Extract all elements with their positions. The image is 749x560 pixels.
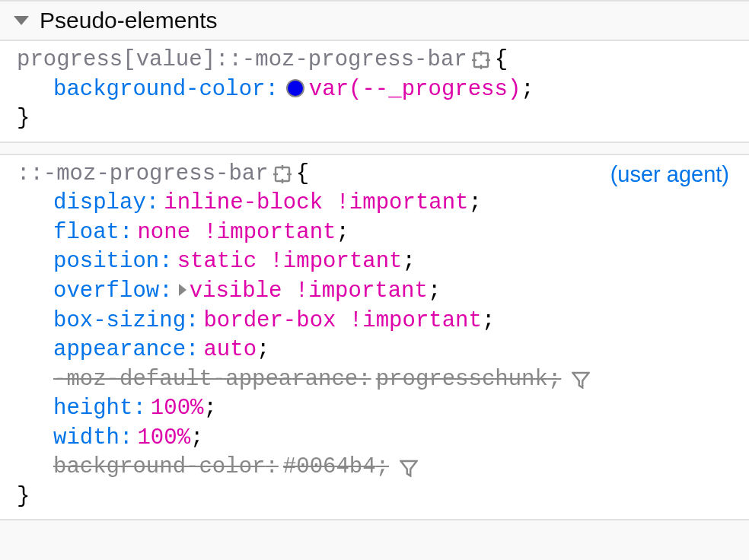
styles-panel: Pseudo-elements progress[value]::-moz-pr… xyxy=(0,0,749,520)
css-declaration[interactable]: position: static !important; xyxy=(17,247,732,277)
expand-shorthand-icon[interactable] xyxy=(179,284,186,296)
filter-icon[interactable] xyxy=(572,371,590,389)
property-value[interactable]: static !important xyxy=(177,247,403,277)
open-brace: { xyxy=(296,160,309,189)
property-value[interactable]: 100% xyxy=(151,394,204,424)
rule-origin-label[interactable]: (user agent) xyxy=(610,160,732,189)
property-name[interactable]: overflow xyxy=(53,277,159,307)
property-value[interactable]: visible !important xyxy=(190,277,428,307)
close-brace: } xyxy=(17,484,30,509)
filter-icon[interactable] xyxy=(400,459,418,477)
css-declaration-overridden[interactable]: background-color: #0064b4; xyxy=(17,453,732,482)
css-declaration[interactable]: float: none !important; xyxy=(17,218,732,248)
property-value[interactable]: border-box !important xyxy=(203,307,481,336)
open-brace: { xyxy=(495,46,508,75)
css-rule: ::-moz-progress-bar { (user agent) displ… xyxy=(0,154,749,521)
property-value[interactable]: 100% xyxy=(137,424,190,453)
section-header-pseudo-elements[interactable]: Pseudo-elements xyxy=(0,0,749,41)
property-name[interactable]: float xyxy=(53,218,120,248)
css-declaration[interactable]: appearance: auto; xyxy=(17,336,732,365)
property-name[interactable]: display xyxy=(53,189,146,218)
section-title: Pseudo-elements xyxy=(40,8,217,33)
css-rule: progress[value]::-moz-progress-bar { bac… xyxy=(0,41,749,143)
property-name[interactable]: background-color xyxy=(53,453,265,482)
property-name[interactable]: width xyxy=(53,424,120,453)
css-declaration[interactable]: width: 100%; xyxy=(17,424,732,453)
css-declaration[interactable]: background-color: var(--_progress); xyxy=(17,75,732,105)
css-declaration[interactable]: height: 100%; xyxy=(17,394,732,424)
property-name[interactable]: height xyxy=(53,394,132,424)
close-brace: } xyxy=(17,106,30,131)
selector-highlighter-icon[interactable] xyxy=(472,51,490,69)
selector-highlighter-icon[interactable] xyxy=(273,165,292,183)
property-value[interactable]: auto xyxy=(203,336,257,365)
property-value[interactable]: #0064b4 xyxy=(283,453,376,482)
selector[interactable]: ::-moz-progress-bar xyxy=(17,160,269,189)
property-name[interactable]: appearance xyxy=(53,336,186,365)
css-declaration[interactable]: overflow: visible !important; xyxy=(17,277,732,307)
twisty-down-icon xyxy=(14,16,29,25)
property-name[interactable]: -moz-default-appearance xyxy=(53,365,358,395)
property-value[interactable]: var(--_progress) xyxy=(309,75,521,105)
property-name[interactable]: background-color xyxy=(53,75,265,105)
property-name[interactable]: box-sizing xyxy=(53,307,186,336)
property-name[interactable]: position xyxy=(53,247,159,277)
property-value[interactable]: progresschunk xyxy=(376,365,548,395)
property-value[interactable]: inline-block !important xyxy=(164,189,468,218)
css-declaration[interactable]: display: inline-block !important; xyxy=(17,189,732,218)
css-declaration[interactable]: box-sizing: border-box !important; xyxy=(17,307,732,336)
css-declaration-overridden[interactable]: -moz-default-appearance: progresschunk; xyxy=(17,365,732,395)
property-value[interactable]: none !important xyxy=(137,218,336,248)
selector[interactable]: progress[value]::-moz-progress-bar xyxy=(17,46,467,75)
color-swatch-icon[interactable] xyxy=(286,79,304,97)
